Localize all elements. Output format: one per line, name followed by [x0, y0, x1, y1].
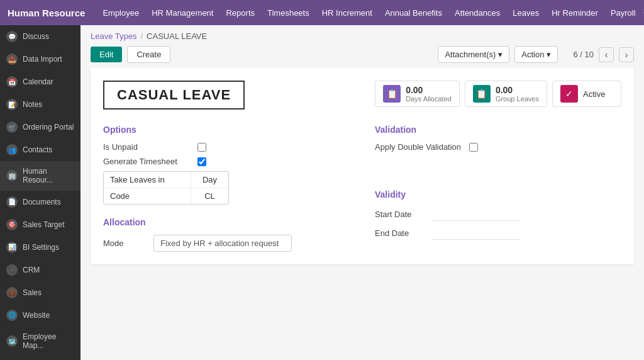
attachments-label: Attachment(s) [445, 50, 496, 59]
mode-value: Fixed by HR + allocation request [153, 235, 292, 252]
nav-link-nav-payroll[interactable]: Payroll [606, 4, 641, 21]
sidebar-icon-website: 🌐 [6, 310, 18, 321]
sidebar-label-calendar: Calendar [23, 77, 53, 86]
nav-link-nav-employee[interactable]: Employee [97, 4, 144, 21]
validity-section: Validity Start Date End Date [375, 189, 621, 240]
days-allocated-value: 0.00 [406, 85, 452, 95]
days-allocated-icon: 📋 [383, 85, 401, 103]
generate-timesheet-row: Generate Timesheet [103, 157, 350, 166]
nav-link-nav-annual-benefits[interactable]: Annual Benefits [380, 4, 447, 21]
sidebar-label-data-import: Data Import [23, 55, 62, 64]
breadcrumb: Leave Types / CASUAL LEAVE [80, 25, 644, 41]
leave-stats: 📋 0.00 Days Allocated 📋 0.00 Group Leave… [375, 81, 621, 107]
nav-link-nav-reports[interactable]: Reports [221, 4, 260, 21]
is-unpaid-label: Is Unpaid [103, 142, 197, 152]
sidebar-item-data-import[interactable]: 📥 Data Import [0, 48, 80, 70]
generate-timesheet-label: Generate Timesheet [103, 157, 197, 166]
sidebar-item-sales[interactable]: 💼 Sales [0, 281, 80, 304]
nav-link-nav-hr-management[interactable]: HR Management [147, 4, 218, 21]
nav-link-nav-timesheets[interactable]: Timesheets [262, 4, 314, 21]
pagination-text: 6 / 10 [573, 50, 594, 59]
sidebar-item-crm[interactable]: 📞 CRM [0, 259, 80, 281]
sidebar-item-documents[interactable]: 📄 Documents [0, 191, 80, 213]
sidebar-label-sales-target: Sales Target [23, 220, 65, 229]
sidebar-label-bi-settings: BI Settings [23, 243, 59, 252]
allocation-section: Allocation Mode Fixed by HR + allocation… [103, 217, 350, 252]
sidebar-icon-ordering-portal: 🛒 [6, 121, 18, 133]
start-date-row: Start Date [375, 207, 621, 221]
nav-link-nav-attendances[interactable]: Attendances [450, 4, 505, 21]
nav-link-nav-hr-reminder[interactable]: Hr Reminder [547, 4, 603, 21]
create-button[interactable]: Create [127, 46, 170, 63]
breadcrumb-parent[interactable]: Leave Types [91, 31, 136, 41]
main-layout: 💬 Discuss 📥 Data Import 📅 Calendar 📝 Not… [0, 25, 644, 360]
action-button[interactable]: Action ▾ [514, 46, 558, 63]
apply-double-validation-row: Apply Double Validation [375, 142, 621, 152]
sidebar-item-bi-settings[interactable]: 📊 BI Settings [0, 236, 80, 259]
nav-link-nav-leaves[interactable]: Leaves [508, 4, 544, 21]
sidebar-item-calendar[interactable]: 📅 Calendar [0, 70, 80, 93]
top-navigation: Human Resource EmployeeHR ManagementRepo… [0, 0, 644, 25]
end-date-row: End Date [375, 226, 621, 240]
app-brand: Human Resource [8, 8, 85, 18]
sidebar-label-employee-map: Employee Map... [23, 332, 74, 351]
take-leaves-value: Day [191, 172, 228, 188]
next-button[interactable]: › [619, 47, 634, 62]
sidebar-label-website: Website [23, 311, 50, 320]
end-date-label: End Date [375, 228, 431, 238]
is-unpaid-row: Is Unpaid [103, 142, 350, 152]
sidebar-label-crm: CRM [23, 266, 40, 274]
mode-label: Mode [103, 239, 153, 248]
right-section: Validation Apply Double Validation Valid… [375, 125, 621, 252]
apply-double-validation-label: Apply Double Validation [375, 142, 469, 152]
sidebar-icon-calendar: 📅 [6, 76, 18, 87]
sidebar-icon-sales: 💼 [6, 287, 18, 298]
content-area: Leave Types / CASUAL LEAVE Edit Create A… [80, 25, 644, 360]
sidebar-item-website[interactable]: 🌐 Website [0, 304, 80, 327]
sidebar-icon-crm: 📞 [6, 264, 18, 276]
add-nav-button[interactable]: + [641, 4, 644, 22]
sidebar-item-sales-target[interactable]: 🎯 Sales Target [0, 213, 80, 236]
start-date-input[interactable] [431, 207, 519, 221]
sidebar-item-global-search[interactable]: 🔍 Global Search [0, 356, 80, 360]
edit-button[interactable]: Edit [91, 47, 122, 62]
active-icon: ✓ [560, 85, 578, 103]
action-label: Action [521, 50, 544, 59]
sidebar-item-ordering-portal[interactable]: 🛒 Ordering Portal [0, 116, 80, 138]
sidebar-item-human-resource[interactable]: 🏢 Human Resour... [0, 161, 80, 191]
days-allocated-info: 0.00 Days Allocated [406, 85, 452, 103]
attachments-button[interactable]: Attachment(s) ▾ [438, 46, 509, 63]
nav-link-nav-hr-increment[interactable]: HR Increment [317, 4, 377, 21]
sidebar-icon-sales-target: 🎯 [6, 219, 18, 230]
end-date-input[interactable] [431, 226, 519, 240]
sidebar-item-employee-map[interactable]: 🗺️ Employee Map... [0, 327, 80, 356]
generate-timesheet-checkbox[interactable] [197, 157, 206, 166]
sidebar-icon-human-resource: 🏢 [6, 170, 18, 181]
is-unpaid-checkbox[interactable] [197, 143, 206, 152]
leave-title: CASUAL LEAVE [103, 81, 245, 110]
breadcrumb-current: CASUAL LEAVE [147, 31, 207, 41]
attachments-chevron-icon: ▾ [498, 50, 502, 59]
leaves-table: Take Leaves in Day Code CL [103, 171, 229, 205]
stat-days-allocated: 📋 0.00 Days Allocated [375, 81, 460, 107]
validity-title: Validity [375, 189, 621, 200]
action-chevron-icon: ▾ [547, 50, 551, 59]
active-label: Active [583, 89, 605, 99]
prev-button[interactable]: ‹ [599, 47, 614, 62]
sidebar-item-discuss[interactable]: 💬 Discuss [0, 25, 80, 48]
allocation-title: Allocation [103, 217, 350, 227]
stat-group-leaves: 📋 0.00 Group Leaves [465, 81, 547, 107]
start-date-label: Start Date [375, 210, 431, 219]
sidebar-icon-bi-settings: 📊 [6, 242, 18, 253]
sidebar-item-contacts[interactable]: 👥 Contacts [0, 138, 80, 161]
sidebar-item-notes[interactable]: 📝 Notes [0, 93, 80, 116]
mode-row: Mode Fixed by HR + allocation request [103, 235, 350, 252]
sidebar-icon-documents: 📄 [6, 196, 18, 208]
sidebar-label-documents: Documents [23, 198, 61, 206]
code-label: Code [104, 188, 191, 204]
sidebar-label-notes: Notes [23, 100, 42, 109]
table-row-1: Take Leaves in Day [104, 172, 228, 188]
sidebar-label-ordering-portal: Ordering Portal [23, 123, 74, 132]
sidebar-icon-employee-map: 🗺️ [6, 335, 18, 347]
apply-double-validation-checkbox[interactable] [469, 143, 478, 152]
